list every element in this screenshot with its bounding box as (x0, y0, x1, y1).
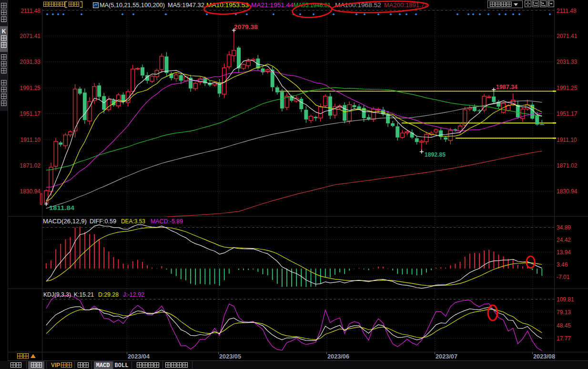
svg-text:K: K (2, 28, 6, 35)
svg-text:MACD: MACD (96, 362, 110, 369)
svg-text:BOLL: BOLL (115, 362, 129, 369)
svg-text:VIP: VIP (51, 362, 60, 369)
